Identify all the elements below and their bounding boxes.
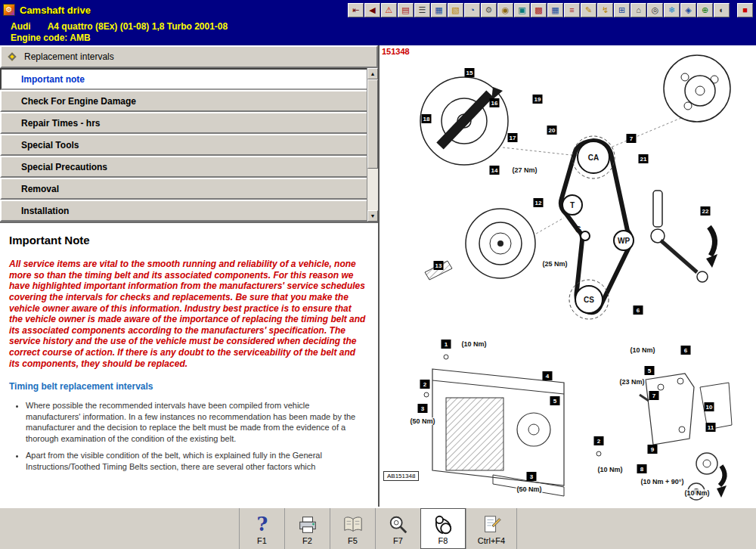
menu-item-label: Check For Engine Damage (21, 96, 136, 107)
bullet-item: Where possible the recommended intervals… (26, 400, 366, 444)
help-button[interactable]: ? F1 (239, 508, 284, 549)
diagram-ref-number: 151348 (382, 47, 410, 56)
diagram-overlay: 1815161719201472122121361234523657101198… (380, 45, 756, 507)
zoom-button[interactable]: F7 (375, 508, 420, 549)
scroll-up-icon[interactable]: ▲ (367, 68, 378, 79)
menu-item-label: Repair Times - hrs (21, 118, 100, 129)
svg-text:?: ? (256, 514, 268, 535)
notes-button[interactable]: Ctrl+F4 (466, 508, 517, 549)
menu-item-label: Installation (21, 206, 69, 216)
technical-drawings-icon[interactable]: ✎ (581, 3, 596, 17)
menu-item-special-precautions[interactable]: Special Precautions (0, 156, 368, 178)
notes-icon (481, 514, 502, 535)
diagram-callout: 21 (639, 154, 649, 163)
torque-label: (10 Nm) (460, 340, 487, 348)
nav-back-icon[interactable]: ◀ (364, 3, 380, 17)
diagram-callout: 10 (705, 402, 714, 411)
fkey-label: F7 (393, 536, 403, 545)
scroll-down-icon[interactable]: ▼ (367, 210, 378, 222)
key-programming-icon[interactable]: ⊕ (697, 3, 713, 17)
wiring-diagrams-icon[interactable]: ↯ (597, 3, 613, 17)
article-heading: Important Note (9, 234, 366, 247)
diagnostics-icon[interactable]: ▣ (514, 3, 530, 17)
exit-icon[interactable]: ■ (737, 3, 753, 17)
warning-paragraph: All service items are vital to the smoot… (9, 259, 366, 369)
menu-item-label: Important note (21, 74, 85, 85)
tyres-icon[interactable]: ◎ (647, 3, 663, 17)
menu-item-check-for-engine-damage[interactable]: Check For Engine Damage (0, 90, 368, 112)
menu-item-installation[interactable]: Installation (0, 200, 368, 222)
torque-label: (25 Nm) (541, 260, 568, 268)
diagram-callout: 4 (543, 371, 553, 380)
diagram-callout: 17 (508, 133, 518, 142)
pulley-label-g: G (575, 225, 581, 234)
service-schedules-icon[interactable]: ▧ (448, 3, 463, 17)
diagram-callout: 3 (527, 472, 537, 481)
diagram-callout: 8 (637, 464, 647, 473)
help-icon: ? (252, 514, 273, 535)
component-location-icon[interactable]: ⌂ (631, 3, 646, 17)
function-key-bar: ? F1 F2 F5 F7 F8 Ctrl+F4 (0, 507, 756, 549)
engine-code: Engine code: AMB (11, 33, 756, 44)
pulley-label-t: T (570, 201, 575, 209)
main-area: Replacement intervals Important note Che… (0, 45, 756, 507)
diagram-callout: 6 (681, 346, 691, 355)
scrollbar-track[interactable] (367, 169, 378, 210)
menu-item-important-note[interactable]: Important note (0, 68, 368, 90)
diagram-callout: 12 (534, 198, 544, 207)
menu-item-label: Special Tools (21, 140, 79, 150)
app-icon: ⚙ (3, 4, 15, 16)
diagram-callout: 15 (465, 68, 475, 77)
nav-first-icon[interactable]: ⇤ (348, 3, 364, 17)
scrollbar-thumb[interactable] (367, 79, 378, 169)
zoom-icon (388, 514, 409, 535)
section-header: Replacement intervals (0, 45, 378, 68)
trouble-codes-icon[interactable]: ▩ (531, 3, 547, 17)
timing-belt-icon (432, 514, 454, 535)
menu-item-label: Removal (21, 184, 59, 194)
diagram-callout: 1 (442, 340, 451, 349)
engine-management-icon[interactable]: ▦ (547, 3, 563, 17)
menu-item-repair-times[interactable]: Repair Times - hrs (0, 112, 368, 134)
menu-item-special-tools[interactable]: Special Tools (0, 134, 368, 156)
pin-data-icon[interactable]: ≡ (564, 3, 580, 17)
menu-item-removal[interactable]: Removal (0, 178, 368, 200)
vehicle-data-icon[interactable]: ▦ (431, 3, 447, 17)
menu-scrollbar[interactable]: ▲ ▼ (367, 68, 378, 222)
repair-times-icon[interactable]: ◔ (464, 3, 480, 17)
manual-button[interactable]: F5 (330, 508, 375, 549)
timing-belts-icon[interactable]: ◐ (714, 3, 730, 17)
fuses-relays-icon[interactable]: ⊞ (614, 3, 630, 17)
diagram-callout: 18 (422, 114, 432, 123)
pulley-label-wp: WP (618, 237, 630, 245)
diagram-callout: 14 (490, 166, 500, 175)
print-button[interactable]: F2 (284, 508, 330, 549)
fkey-label: Ctrl+F4 (478, 536, 505, 545)
bullet-list: Where possible the recommended intervals… (12, 400, 366, 472)
air-conditioning-icon[interactable]: ❄ (664, 3, 680, 17)
manual-book-icon (342, 514, 364, 535)
torque-label: (10 Nm) (683, 489, 710, 497)
vehicle-brand: Audi (11, 21, 31, 32)
topic-menu: Important note Check For Engine Damage R… (0, 68, 378, 222)
diagram-callout: 6 (634, 306, 643, 315)
contents-icon[interactable]: ☰ (414, 3, 430, 17)
adjustments-icon[interactable]: ⚙ (481, 3, 497, 17)
diagram-callout: 3 (418, 404, 428, 413)
diagram-callout: 11 (706, 423, 716, 432)
section-header-label: Replacement intervals (24, 51, 114, 62)
timing-belt-button[interactable]: F8 (420, 508, 466, 549)
lubricants-icon[interactable]: ◉ (497, 3, 513, 17)
airbags-icon[interactable]: ◈ (680, 3, 696, 17)
diagram-callout: 9 (648, 445, 658, 454)
bullet-item: Apart from the visible condition of the … (26, 450, 366, 472)
pulley-label-cs: CS (584, 296, 594, 304)
diagram-callout: 2 (420, 380, 430, 389)
warning-icon[interactable]: ⚠ (381, 3, 397, 17)
diagram-callout: 5 (550, 396, 560, 405)
diagram-stamp: AB151348 (383, 471, 419, 481)
torque-label: (50 Nm) (516, 485, 542, 493)
bulletins-icon[interactable]: ▤ (398, 3, 414, 17)
fkey-label: F1 (257, 536, 267, 545)
torque-label: (10 Nm) (629, 346, 655, 354)
